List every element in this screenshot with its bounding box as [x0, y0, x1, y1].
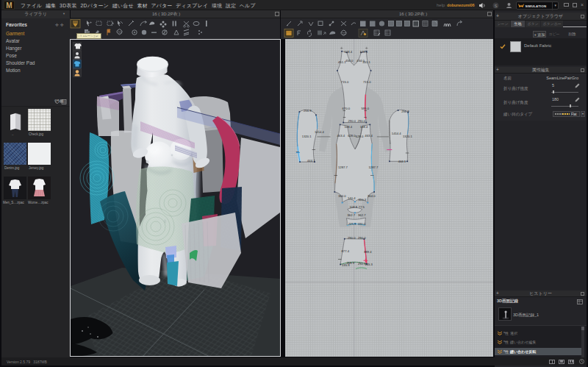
svg-text:165.3: 165.3	[365, 263, 373, 266]
svg-text:889.4: 889.4	[364, 250, 372, 254]
svg-text:463.4: 463.4	[337, 134, 345, 138]
svg-text:77.5: 77.5	[359, 205, 365, 209]
svg-text:290.0: 290.0	[348, 119, 356, 123]
svg-text:628.0: 628.0	[348, 134, 356, 138]
svg-text:444.1: 444.1	[398, 160, 406, 163]
svg-text:1414.4: 1414.4	[315, 130, 324, 134]
svg-text:140.4: 140.4	[348, 196, 356, 200]
svg-text:1287.7: 1287.7	[338, 165, 348, 169]
svg-text:148.4: 148.4	[345, 125, 353, 129]
svg-text:108.8: 108.8	[350, 205, 358, 209]
svg-text:595.0: 595.0	[362, 107, 370, 110]
svg-text:628.0: 628.0	[356, 135, 364, 138]
svg-text:1320.1: 1320.1	[302, 135, 312, 138]
svg-text:310.3: 310.3	[359, 198, 367, 202]
svg-text:+: +	[90, 20, 92, 24]
svg-text:715.0: 715.0	[363, 80, 371, 84]
svg-text:364.0: 364.0	[368, 194, 376, 198]
svg-text:715.0: 715.0	[341, 80, 349, 84]
svg-text:290.0: 290.0	[348, 236, 356, 240]
svg-text:362.7: 362.7	[348, 213, 356, 217]
svg-text:225.8: 225.8	[348, 222, 356, 226]
svg-text:451.1: 451.1	[362, 60, 370, 64]
svg-text:1287.7: 1287.7	[369, 165, 379, 169]
svg-text:290.0: 290.0	[358, 119, 366, 123]
svg-text:256.9: 256.9	[304, 109, 312, 113]
svg-text:362.7: 362.7	[358, 213, 366, 217]
svg-text:1320.1: 1320.1	[403, 135, 412, 138]
svg-text:463.4: 463.4	[365, 134, 373, 138]
svg-text:877.4: 877.4	[342, 249, 350, 253]
svg-text:444.1: 444.1	[307, 159, 315, 163]
svg-text:364.0: 364.0	[338, 194, 346, 198]
svg-text:148.4: 148.4	[360, 50, 368, 54]
svg-text:148.4: 148.4	[345, 50, 353, 54]
svg-text:290.0: 290.0	[358, 236, 366, 240]
svg-text:220.0: 220.0	[358, 222, 366, 226]
svg-text:434.0: 434.0	[345, 59, 354, 63]
svg-text:268.9: 268.9	[347, 261, 355, 265]
svg-text:S: S	[495, 4, 498, 8]
svg-text:148.4: 148.4	[360, 125, 368, 129]
svg-text:1414.4: 1414.4	[392, 132, 401, 135]
svg-text:670.0: 670.0	[343, 107, 351, 110]
svg-text:256.9: 256.9	[401, 110, 409, 113]
svg-text:451.1: 451.1	[338, 60, 346, 64]
